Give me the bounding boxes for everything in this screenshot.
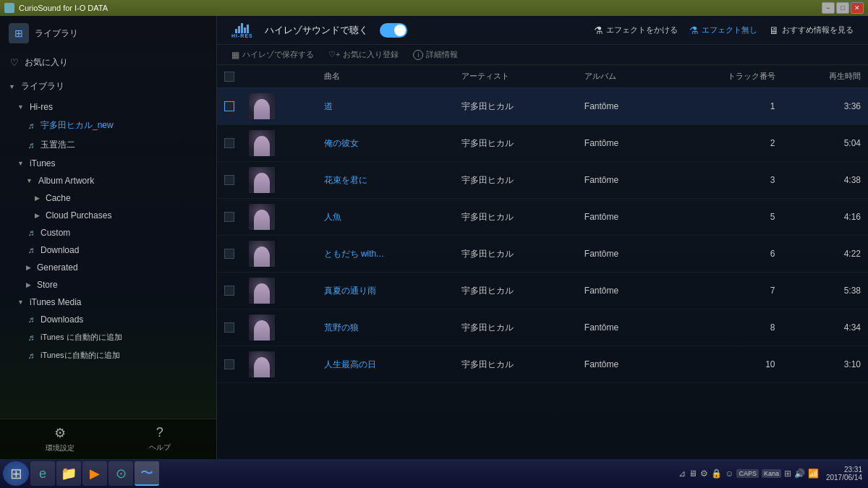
sidebar-item-itunes[interactable]: ▼ iTunes [0,155,216,172]
maximize-button[interactable]: □ [836,2,849,14]
sidebar-item-custom[interactable]: ♬ Custom [0,224,216,241]
table-row[interactable]: 道 宇多田ヒカル Fantôme 1 3:36 [217,88,868,125]
taskbar-ie[interactable]: e [30,461,55,486]
itunes-label: iTunes [30,158,56,168]
track-table: 曲名 アーティスト アルバム トラック番号 再生時間 [217,65,868,383]
tray-icon-2[interactable]: 🖥 [689,468,697,479]
taskbar-folder[interactable]: 📁 [56,461,81,486]
row-title[interactable]: 人魚 [317,199,454,236]
no-effect-button[interactable]: ⚗ エフェクト無し [689,25,757,36]
row-checkbox[interactable] [217,88,242,125]
chevron-down3-icon: ▼ [26,177,33,184]
row-checkbox[interactable] [217,273,242,309]
table-row[interactable]: 真夏の通り雨 宇多田ヒカル Fantôme 7 5:38 [217,273,868,309]
sidebar-item-library-section[interactable]: ▼ ライブラリ [0,74,216,98]
row-checkbox[interactable] [217,236,242,273]
help-icon: ? [156,425,163,440]
row-artist: 宇多田ヒカル [454,199,577,236]
row-checkbox[interactable] [217,125,242,162]
tray-icon-3[interactable]: ⚙ [700,468,708,479]
chevron-right3-icon: ▶ [35,212,40,219]
table-row[interactable]: 荒野の狼 宇多田ヒカル Fantôme 8 4:34 [217,309,868,346]
sidebar-item-library[interactable]: ⊞ ライブラリ [0,16,216,51]
sidebar-item-hires[interactable]: ▼ Hi-res [0,98,216,116]
hires-logo: HI-RES [231,22,253,38]
header-checkbox[interactable] [224,72,234,82]
table-row[interactable]: ともだち with... 宇多田ヒカル Fantôme 6 4:22 [217,236,868,273]
help-button[interactable]: ? ヘルプ [149,425,171,453]
row-title[interactable]: ともだち with... [317,236,454,273]
lang-badge: CAPS [736,469,759,478]
sidebar-item-itunes-auto2[interactable]: ♬ iTunesに自動的に追加 [0,346,216,364]
titlebar: CurioSound for I-O DATA − □ ✕ [0,0,868,16]
row-checkbox[interactable] [217,309,242,346]
sidebar-item-itunes-media[interactable]: ▼ iTunes Media [0,294,216,311]
app-icon [4,3,14,13]
taskbar-curio[interactable]: 〜 [135,461,159,486]
sidebar-item-artist2[interactable]: ♬ 玉置浩二 [0,135,216,155]
effect-button[interactable]: ⚗ エフェクトをかける [594,25,678,36]
tray-icon-5[interactable]: ☺ [725,468,733,479]
row-title[interactable]: 真夏の通り雨 [317,273,454,309]
tray-icon-1[interactable]: ⊿ [678,468,686,479]
row-checkbox[interactable] [217,162,242,199]
row-title[interactable]: 俺の彼女 [317,125,454,162]
row-checkbox[interactable] [217,199,242,236]
table-row[interactable]: 花束を君に 宇多田ヒカル Fantôme 3 4:38 [217,162,868,199]
sidebar-item-artist1[interactable]: ♬ 宇多田ヒカル_new [0,116,216,135]
detail-button[interactable]: i 詳細情報 [413,49,458,60]
row-checkbox[interactable] [217,346,242,383]
taskbar-chrome[interactable]: ⊙ [109,461,133,486]
tray-icon-net[interactable]: 📶 [808,468,819,479]
listen-label: ハイレゾサウンドで聴く [265,24,368,37]
titlebar-left: CurioSound for I-O DATA [4,3,108,13]
row-title[interactable]: 道 [317,88,454,125]
library-icon: ⊞ [14,27,23,39]
taskbar-media[interactable]: ▶ [82,461,107,486]
table-row[interactable]: 人生最高の日 宇多田ヒカル Fantôme 10 3:10 [217,346,868,383]
settings-button[interactable]: ⚙ 環境設定 [46,425,75,453]
table-row[interactable]: 人魚 宇多田ヒカル Fantôme 5 4:16 [217,199,868,236]
tray-icon-6[interactable]: ⊞ [784,468,791,479]
close-button[interactable]: ✕ [851,2,864,14]
hires-label: Hi-res [30,102,53,112]
col-checkbox [217,65,242,88]
add-fav-button[interactable]: ♡+ お気に入り登録 [328,49,399,60]
table-row[interactable]: 俺の彼女 宇多田ヒカル Fantôme 2 5:04 [217,125,868,162]
settings-label: 環境設定 [46,443,75,453]
row-title[interactable]: 人生最高の日 [317,346,454,383]
sidebar-item-cloud-purchases[interactable]: ▶ Cloud Purchases [0,207,216,224]
row-track: 7 [667,273,782,309]
row-title[interactable]: 花束を君に [317,162,454,199]
tray-icon-4[interactable]: 🔒 [711,468,722,479]
row-title[interactable]: 荒野の狼 [317,309,454,346]
track-table-wrapper[interactable]: 曲名 アーティスト アルバム トラック番号 再生時間 [217,65,868,459]
sidebar-item-favorites[interactable]: ♡ お気に入り [0,51,216,74]
sidebar-item-album-artwork[interactable]: ▼ Album Artwork [0,172,216,189]
sidebar-item-store[interactable]: ▶ Store [0,276,216,294]
row-artist: 宇多田ヒカル [454,162,577,199]
tray-icon-vol[interactable]: 🔊 [794,468,805,479]
minimize-button[interactable]: − [822,2,835,14]
titlebar-title: CurioSound for I-O DATA [19,4,108,12]
start-button[interactable]: ⊞ [3,461,29,486]
row-album: Fantôme [577,162,668,199]
row-thumb [242,199,317,236]
row-track: 2 [667,125,782,162]
main-wrapper: ⊞ ライブラリ ♡ お気に入り ▼ ライブラリ ▼ Hi-res ♬ 宇多田ヒカ… [0,16,868,459]
row-time: 4:16 [783,199,868,236]
row-album: Fantôme [577,309,668,346]
sidebar-item-itunes-auto1[interactable]: ♬ iTunes に自動的に追加 [0,328,216,346]
sidebar-item-downloads[interactable]: ♬ Downloads [0,311,216,328]
chevron-right5-icon: ▶ [26,281,31,288]
sidebar-item-download[interactable]: ♬ Download [0,241,216,259]
sidebar-item-cache[interactable]: ▶ Cache [0,189,216,207]
taskbar-right: ⊿ 🖥 ⚙ 🔒 ☺ CAPS Kana ⊞ 🔊 📶 23:31 2017/06/… [678,466,865,481]
chevron-down2-icon: ▼ [17,160,24,167]
sidebar-item-generated[interactable]: ▶ Generated [0,259,216,276]
no-effect-icon: ⚗ [689,25,699,36]
top-bar: HI-RES ハイレゾサウンドで聴く ⚗ エフェクトをかける ⚗ エフェクト無し… [217,16,868,45]
info-button[interactable]: 🖥 おすすめ情報を見る [769,25,854,36]
hires-toggle[interactable] [380,23,407,38]
save-hires-button[interactable]: ▦ ハイレゾで保存する [231,49,314,60]
